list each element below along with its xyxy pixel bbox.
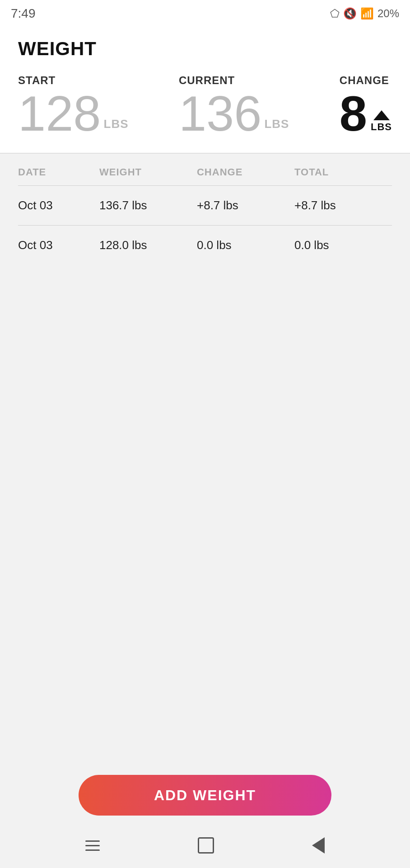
- current-stat-block: CURRENT 136 LBS: [179, 74, 289, 138]
- row2-total: 0.0 lbs: [294, 238, 392, 252]
- stats-row: START 128 LBS CURRENT 136 LBS CHANGE 8 L…: [18, 74, 392, 138]
- row1-change: +8.7 lbs: [197, 198, 294, 212]
- status-bar: 7:49 ⬠ 🔇 📶 20%: [0, 0, 410, 27]
- header-section: WEIGHT START 128 LBS CURRENT 136 LBS CHA…: [0, 27, 410, 153]
- nav-bar: [0, 823, 410, 868]
- start-value-row: 128 LBS: [18, 89, 129, 138]
- start-label: START: [18, 74, 129, 87]
- menu-nav-icon[interactable]: [85, 840, 100, 851]
- col-header-change: CHANGE: [197, 166, 294, 178]
- row2-date: Oct 03: [18, 238, 99, 252]
- back-icon: [312, 837, 325, 854]
- wifi-icon: 📶: [360, 7, 374, 20]
- table-row[interactable]: Oct 03 136.7 lbs +8.7 lbs +8.7 lbs: [18, 185, 392, 225]
- add-weight-button[interactable]: ADD WEIGHT: [79, 775, 331, 816]
- menu-icon: [85, 840, 100, 851]
- arrow-up-icon: [373, 110, 390, 120]
- battery-text: 20%: [377, 7, 399, 20]
- change-unit: LBS: [371, 121, 392, 133]
- row2-weight: 128.0 lbs: [99, 238, 197, 252]
- current-label: CURRENT: [179, 74, 289, 87]
- change-value-row: 8 LBS: [340, 89, 392, 138]
- current-value: 136: [179, 89, 262, 138]
- table-header: DATE WEIGHT CHANGE TOTAL: [18, 154, 392, 185]
- col-header-weight: WEIGHT: [99, 166, 197, 178]
- back-nav-icon[interactable]: [312, 837, 325, 854]
- row2-change: 0.0 lbs: [197, 238, 294, 252]
- change-value: 8: [340, 89, 367, 138]
- home-nav-icon[interactable]: [198, 837, 214, 854]
- page-title: WEIGHT: [18, 38, 392, 60]
- current-unit: LBS: [264, 117, 289, 131]
- status-time: 7:49: [11, 6, 36, 21]
- status-icons: ⬠ 🔇 📶 20%: [330, 7, 399, 20]
- row1-weight: 136.7 lbs: [99, 198, 197, 212]
- row1-date: Oct 03: [18, 198, 99, 212]
- bluetooth-icon: ⬠: [330, 7, 340, 20]
- change-stat-block: CHANGE 8 LBS: [340, 74, 392, 138]
- mute-icon: 🔇: [343, 7, 357, 20]
- start-unit: LBS: [104, 117, 129, 131]
- current-value-row: 136 LBS: [179, 89, 289, 138]
- bottom-section: ADD WEIGHT: [0, 764, 410, 823]
- table-section: DATE WEIGHT CHANGE TOTAL Oct 03 136.7 lb…: [0, 154, 410, 764]
- start-stat-block: START 128 LBS: [18, 74, 129, 138]
- change-label: CHANGE: [340, 74, 389, 87]
- table-row[interactable]: Oct 03 128.0 lbs 0.0 lbs 0.0 lbs: [18, 225, 392, 265]
- row1-total: +8.7 lbs: [294, 198, 392, 212]
- start-value: 128: [18, 89, 101, 138]
- col-header-total: TOTAL: [294, 166, 392, 178]
- col-header-date: DATE: [18, 166, 99, 178]
- home-icon: [198, 837, 214, 854]
- change-arrow-unit: LBS: [371, 110, 392, 133]
